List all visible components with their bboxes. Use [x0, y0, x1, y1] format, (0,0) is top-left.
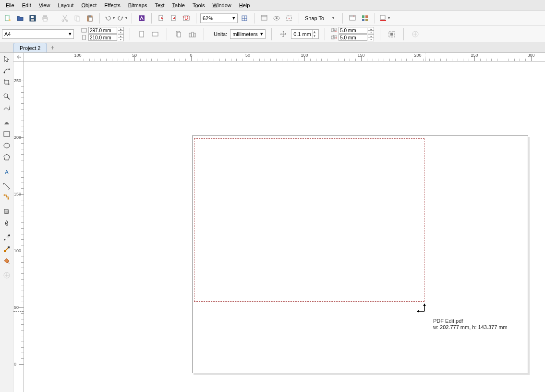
- zoom-fit-button[interactable]: [239, 12, 250, 24]
- menu-effects[interactable]: Effects: [100, 1, 124, 9]
- snap-toggle-button[interactable]: [283, 12, 295, 24]
- svg-rect-13: [88, 15, 91, 17]
- treat-as-filled-button[interactable]: [386, 28, 398, 40]
- text-tool[interactable]: A: [1, 166, 12, 177]
- ellipse-tool[interactable]: [1, 140, 12, 151]
- svg-rect-21: [261, 15, 267, 20]
- polygon-tool[interactable]: [1, 152, 12, 162]
- nudge-spinner[interactable]: ▲▼: [312, 30, 316, 38]
- save-button[interactable]: [27, 12, 38, 24]
- page-width-spinner[interactable]: ▲▼: [118, 27, 124, 34]
- toolbox-add[interactable]: [1, 270, 12, 281]
- dup-y-spinner[interactable]: ▲▼: [368, 34, 374, 41]
- menu-help[interactable]: Help: [235, 1, 254, 9]
- menu-tools[interactable]: Tools: [189, 1, 209, 9]
- rectangle-tool[interactable]: [1, 129, 12, 139]
- artistic-media-tool[interactable]: [1, 117, 12, 128]
- dup-y-input[interactable]: [340, 35, 366, 40]
- standard-toolbar: ▾ ▾ PDF ▾ Snap To ▾ ▾: [0, 11, 545, 26]
- crop-tool[interactable]: [1, 77, 12, 87]
- svg-rect-5: [43, 15, 47, 17]
- export-button[interactable]: [168, 12, 180, 24]
- svg-rect-32: [380, 15, 385, 19]
- portrait-button[interactable]: [136, 28, 147, 40]
- page-size-combo[interactable]: ▾: [2, 29, 74, 39]
- tooltip-filename: PDF Edit.pdf: [433, 318, 508, 324]
- menu-table[interactable]: Table: [169, 1, 189, 9]
- dup-x-input[interactable]: [340, 28, 366, 33]
- add-button[interactable]: [410, 28, 421, 40]
- publish-pdf-button[interactable]: PDF: [181, 12, 192, 24]
- current-page-button[interactable]: [173, 28, 184, 40]
- selection-marquee: [194, 138, 424, 302]
- all-pages-button[interactable]: [186, 28, 198, 40]
- import-button[interactable]: [156, 12, 167, 24]
- svg-point-51: [4, 94, 8, 98]
- nudge-distance-input[interactable]: ▲▼: [291, 29, 319, 39]
- canvas[interactable]: PDF Edit.pdf w: 202.777 mm, h: 143.377 m…: [24, 61, 545, 392]
- copy-button[interactable]: [72, 12, 83, 24]
- print-button[interactable]: [39, 12, 51, 24]
- cut-button[interactable]: [59, 12, 71, 24]
- options-button[interactable]: [347, 12, 358, 24]
- svg-rect-52: [4, 132, 10, 136]
- preview-button[interactable]: [271, 12, 282, 24]
- menu-text[interactable]: Text: [151, 1, 168, 9]
- menu-bitmaps[interactable]: Bitmaps: [124, 1, 151, 9]
- shape-tool[interactable]: [1, 65, 12, 76]
- paste-button[interactable]: [84, 12, 96, 24]
- dup-x-spinner[interactable]: ▲▼: [368, 27, 374, 34]
- menu-layout[interactable]: Layout: [54, 1, 77, 9]
- page-width-input[interactable]: [90, 28, 116, 33]
- svg-rect-40: [189, 33, 191, 37]
- app-launcher-button[interactable]: [359, 12, 371, 24]
- units-input[interactable]: [232, 30, 260, 38]
- zoom-combo[interactable]: ▾: [200, 13, 238, 23]
- freehand-tool[interactable]: [1, 103, 12, 113]
- svg-rect-33: [380, 20, 386, 21]
- fill-color-button[interactable]: ▾: [379, 12, 390, 24]
- transparency-tool[interactable]: [1, 218, 12, 229]
- redo-button[interactable]: ▾: [116, 12, 128, 24]
- drop-shadow-tool[interactable]: [1, 207, 12, 217]
- page-height-spinner[interactable]: ▲▼: [118, 34, 124, 41]
- tab-add[interactable]: +: [48, 43, 57, 52]
- snap-to-label: Snap To: [303, 15, 326, 21]
- interactive-fill-tool[interactable]: [1, 244, 12, 255]
- tab-project2[interactable]: Project 2: [13, 43, 47, 52]
- snap-to-dropdown[interactable]: ▾: [327, 12, 339, 24]
- parallel-dim-tool[interactable]: [1, 181, 12, 191]
- tooltip: PDF Edit.pdf w: 202.777 mm, h: 143.377 m…: [433, 318, 508, 331]
- zoom-input[interactable]: [203, 14, 232, 23]
- svg-point-27: [353, 15, 354, 16]
- menu-edit[interactable]: Edit: [18, 1, 35, 9]
- tab-label: Project 2: [20, 45, 40, 51]
- search-button[interactable]: [136, 12, 147, 24]
- vertical-ruler[interactable]: 250200150100500: [13, 61, 24, 392]
- eyedropper-tool[interactable]: [1, 233, 12, 243]
- smart-fill-tool[interactable]: [1, 256, 12, 266]
- page-height-input[interactable]: [90, 35, 116, 40]
- zoom-tool[interactable]: [1, 91, 12, 102]
- page-size-input[interactable]: [4, 30, 69, 38]
- open-button[interactable]: [14, 12, 26, 24]
- menu-file[interactable]: File: [2, 1, 18, 9]
- new-doc-button[interactable]: [2, 12, 13, 24]
- cursor-crosshair-icon: [416, 302, 427, 313]
- svg-rect-30: [362, 19, 364, 21]
- menu-object[interactable]: Object: [77, 1, 100, 9]
- pick-tool[interactable]: [1, 54, 12, 64]
- fullscreen-button[interactable]: [258, 12, 270, 24]
- svg-rect-43: [331, 29, 334, 32]
- menu-view[interactable]: View: [35, 1, 54, 9]
- undo-button[interactable]: ▾: [104, 12, 115, 24]
- svg-rect-59: [5, 222, 6, 223]
- ruler-origin[interactable]: [13, 53, 24, 61]
- svg-point-1: [9, 19, 11, 21]
- landscape-button[interactable]: [149, 28, 161, 40]
- units-combo[interactable]: ▾: [230, 29, 266, 39]
- svg-point-25: [289, 18, 290, 19]
- horizontal-ruler[interactable]: 10050050100150200250300: [24, 53, 545, 61]
- menu-window[interactable]: Window: [209, 1, 235, 9]
- connector-tool[interactable]: [1, 192, 12, 203]
